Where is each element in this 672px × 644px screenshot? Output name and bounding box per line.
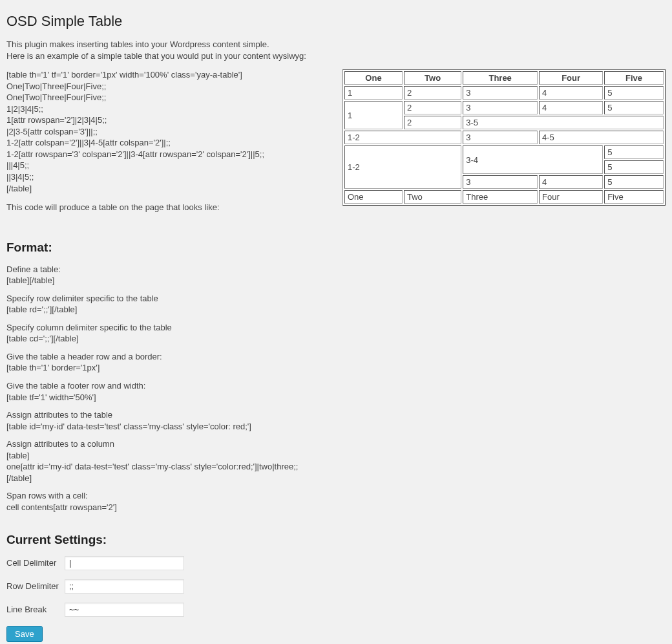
table-row: 1-234-5 [344, 131, 664, 144]
table-cell: 3 [463, 131, 538, 144]
table-row: 1-23-45 [344, 145, 664, 159]
table-row: 12345 [344, 86, 664, 100]
format-item-desc: Span rows with a cell: [6, 490, 666, 502]
row-delimiter-input[interactable] [65, 579, 184, 594]
table-cell: 1-2 [344, 145, 461, 189]
format-item: Assign attributes to a column[table] one… [6, 438, 666, 484]
format-item: Span rows with a cell:cell contents[attr… [6, 490, 666, 513]
table-cell: 5 [604, 101, 664, 114]
table-cell: 2 [404, 101, 461, 114]
format-item-desc: Specify row delimiter specific to the ta… [6, 293, 666, 305]
table-cell: 2 [404, 116, 461, 129]
table-cell: 1 [344, 101, 403, 129]
table-cell: 3 [463, 175, 538, 189]
format-item-desc: Define a table: [6, 264, 666, 275]
example-code-column: [table th='1' tf='1' border='1px' width=… [6, 69, 330, 221]
format-item-code: [table rd=';;'][/table] [6, 304, 666, 316]
table-cell: 4-5 [539, 131, 664, 144]
cell-delimiter-label: Cell Delimiter [6, 558, 65, 568]
format-item: Specify row delimiter specific to the ta… [6, 293, 666, 316]
format-item: Define a table:[table][/table] [6, 264, 666, 286]
format-item-code: [table][/table] [6, 275, 666, 286]
table-cell: 4 [539, 86, 603, 100]
cell-delimiter-input[interactable] [65, 556, 184, 570]
page-title: OSD Simple Table [6, 13, 666, 30]
format-item-code: [table] one[attr id='my-id' data-test='t… [6, 450, 666, 484]
table-cell: 5 [604, 86, 664, 100]
table-header-cell: Five [604, 71, 664, 85]
table-cell: 1-2 [344, 131, 461, 144]
table-header-cell: Three [463, 71, 538, 85]
format-item: Specify column delimiter specific to the… [6, 322, 666, 345]
table-cell: 5 [604, 160, 664, 174]
table-footer-cell: Four [539, 190, 603, 204]
page-wrap: OSD Simple Table This plugin makes inser… [0, 0, 672, 644]
line-break-label: Line Break [6, 605, 65, 614]
format-item: Assign attributes to the table[table id=… [6, 409, 666, 432]
table-cell: 3 [463, 101, 538, 114]
table-cell: 5 [604, 145, 664, 159]
format-list: Define a table:[table][/table]Specify ro… [6, 264, 666, 513]
format-item-code: [table cd=';;'][/table] [6, 333, 666, 345]
table-cell: 4 [539, 101, 603, 114]
example-table: OneTwoThreeFourFive123451234523-51-234-5… [342, 69, 666, 206]
format-item: Give the table a footer row and width:[t… [6, 380, 666, 403]
table-cell: 3 [463, 86, 538, 100]
format-item-desc: Assign attributes to a column [6, 438, 666, 450]
example-result-intro: This code will produce a table on the pa… [6, 202, 330, 213]
cell-delimiter-row: Cell Delimiter [6, 556, 666, 570]
table-header-cell: Four [539, 71, 603, 85]
format-heading: Format: [6, 241, 666, 255]
table-header-cell: Two [404, 71, 461, 85]
save-button[interactable]: Save [6, 626, 43, 642]
format-item-code: [table id='my-id' data-test='test' class… [6, 421, 666, 433]
format-item: Give the table a header row and a border… [6, 351, 666, 374]
table-footer-cell: One [344, 190, 403, 204]
intro-line-1: This plugin makes inserting tables into … [6, 39, 666, 50]
table-footer-cell: Five [604, 190, 664, 204]
format-item-code: [table tf='1' width='50%'] [6, 392, 666, 403]
format-item-desc: Specify column delimiter specific to the… [6, 322, 666, 334]
format-item-code: [table th='1' border='1px'] [6, 362, 666, 374]
table-row: 12345 [344, 101, 664, 114]
format-item-desc: Assign attributes to the table [6, 409, 666, 421]
row-delimiter-label: Row Delimiter [6, 581, 65, 591]
table-cell: 4 [539, 175, 603, 189]
table-cell: 5 [604, 175, 664, 189]
format-item-desc: Give the table a footer row and width: [6, 380, 666, 392]
table-footer-cell: Two [404, 190, 461, 204]
table-cell: 1 [344, 86, 403, 100]
line-break-row: Line Break [6, 603, 666, 617]
example-columns: [table th='1' tf='1' border='1px' width=… [6, 69, 666, 221]
table-cell: 2 [404, 86, 461, 100]
example-table-column: OneTwoThreeFourFive123451234523-51-234-5… [342, 69, 666, 206]
table-cell: 3-4 [463, 145, 603, 174]
example-shortcode: [table th='1' tf='1' border='1px' width=… [6, 69, 330, 194]
format-item-desc: Give the table a header row and a border… [6, 351, 666, 363]
table-header-cell: One [344, 71, 403, 85]
intro-line-2: Here is an example of a simple table tha… [6, 50, 666, 62]
table-footer-cell: Three [463, 190, 538, 204]
row-delimiter-row: Row Delimiter [6, 579, 666, 594]
table-cell: 3-5 [463, 116, 664, 129]
line-break-input[interactable] [65, 603, 184, 617]
format-item-code: cell contents[attr rowspan='2'] [6, 502, 666, 513]
settings-heading: Current Settings: [6, 533, 666, 547]
